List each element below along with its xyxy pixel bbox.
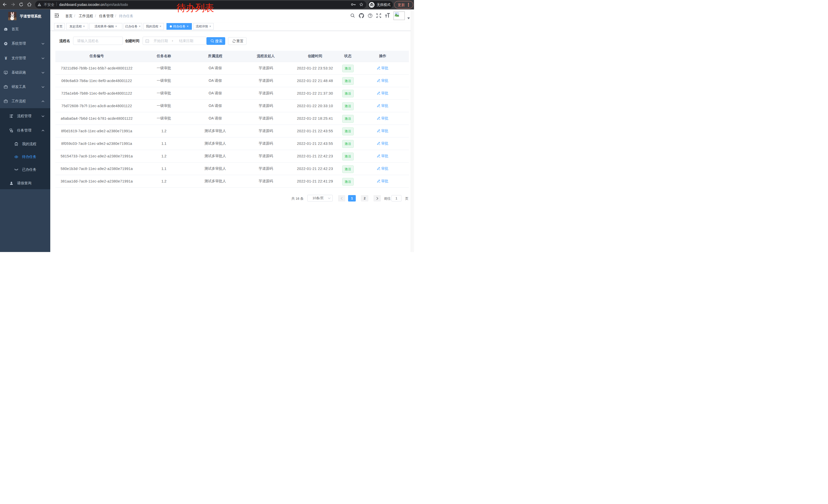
svg-text:¥: ¥ [5,56,7,60]
